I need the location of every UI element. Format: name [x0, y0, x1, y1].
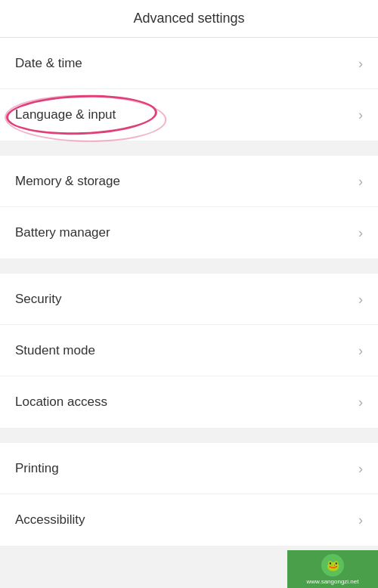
language-input-label: Language & input: [15, 107, 116, 122]
sidebar-item-accessibility[interactable]: Accessibility ›: [0, 494, 378, 546]
battery-manager-label: Battery manager: [15, 225, 110, 240]
chevron-right-icon: ›: [358, 57, 363, 70]
watermark-text: www.sangongzi.net: [307, 578, 359, 585]
accessibility-label: Accessibility: [15, 512, 85, 528]
sidebar-item-security[interactable]: Security ›: [0, 274, 378, 325]
watermark-logo: 🐸: [321, 554, 344, 577]
settings-group-2: Memory & storage › Battery manager ›: [0, 156, 378, 258]
chevron-right-icon: ›: [358, 175, 363, 188]
chevron-right-icon: ›: [358, 462, 363, 475]
content: Advanced settings Date & time › Language…: [0, 0, 378, 546]
chevron-right-icon: ›: [358, 292, 363, 306]
sidebar-item-student-mode[interactable]: Student mode ›: [0, 325, 378, 376]
chevron-right-icon: ›: [358, 226, 363, 240]
section-divider-3: [0, 428, 378, 443]
sidebar-item-printing[interactable]: Printing ›: [0, 443, 378, 494]
printing-label: Printing: [15, 461, 59, 476]
section-divider-2: [0, 258, 378, 274]
date-time-label: Date & time: [15, 56, 82, 71]
sidebar-item-battery-manager[interactable]: Battery manager ›: [0, 207, 378, 258]
section-divider-1: [0, 141, 378, 156]
sidebar-item-memory-storage[interactable]: Memory & storage ›: [0, 156, 378, 207]
chevron-right-icon: ›: [358, 344, 363, 357]
watermark: 🐸 www.sangongzi.net: [287, 550, 378, 588]
location-access-label: Location access: [15, 395, 107, 410]
sidebar-item-language-input[interactable]: Language & input ›: [0, 89, 378, 141]
sidebar-item-location-access[interactable]: Location access ›: [0, 376, 378, 428]
settings-group-4: Printing › Accessibility ›: [0, 443, 378, 546]
sidebar-item-date-time[interactable]: Date & time ›: [0, 38, 378, 89]
page-title: Advanced settings: [133, 11, 244, 26]
chevron-right-icon: ›: [358, 395, 363, 409]
memory-storage-label: Memory & storage: [15, 174, 120, 189]
settings-group-3: Security › Student mode › Location acces…: [0, 274, 378, 428]
page-container: Advanced settings Date & time › Language…: [0, 0, 378, 588]
chevron-right-icon: ›: [358, 513, 363, 527]
student-mode-label: Student mode: [15, 343, 95, 358]
security-label: Security: [15, 292, 61, 307]
header: Advanced settings: [0, 0, 378, 38]
chevron-right-icon: ›: [358, 108, 363, 122]
settings-group-1: Date & time › Language & input ›: [0, 38, 378, 141]
